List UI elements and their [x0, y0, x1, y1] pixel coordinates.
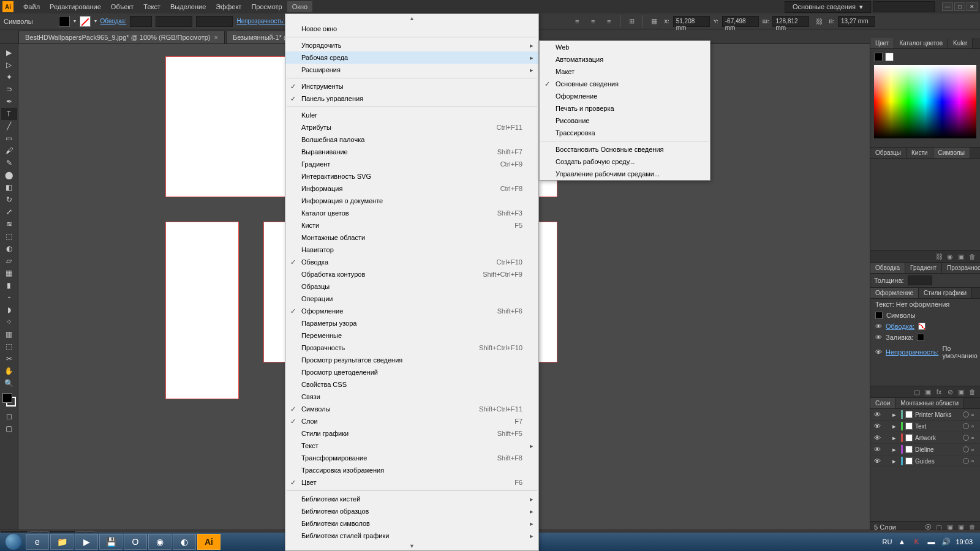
appearance-fill[interactable]: 👁Заливка: — [870, 332, 980, 343]
layer-row[interactable]: 👁▸Artwork▫ — [870, 432, 980, 444]
menu-item[interactable]: Библиотеки кистей — [285, 493, 538, 505]
pencil-tool[interactable]: ✎ — [1, 157, 17, 169]
taskbar-app[interactable]: ◐ — [173, 534, 196, 550]
w-field[interactable]: 128,812 mm — [772, 16, 809, 27]
menu-item[interactable]: Библиотеки стилей графики — [285, 530, 538, 542]
menu-текст[interactable]: Текст — [138, 1, 165, 12]
isolate-icon[interactable]: ▦ — [648, 15, 660, 28]
free-transform-tool[interactable]: ⬚ — [1, 230, 17, 242]
submenu-item[interactable]: Оформление — [540, 90, 710, 102]
menu-item[interactable]: Трассировка изображения — [285, 464, 538, 476]
maximize-button[interactable]: □ — [954, 2, 965, 11]
submenu-item[interactable]: Основные сведения — [540, 78, 710, 90]
new-stroke-icon[interactable]: ▣ — [924, 388, 932, 396]
panel-tab-artboards[interactable]: Монтажные области — [895, 398, 964, 408]
menu-выделение[interactable]: Выделение — [165, 1, 211, 12]
menu-файл[interactable]: Файл — [18, 1, 45, 12]
menu-item[interactable]: Параметры узора — [285, 317, 538, 329]
panel-tab-layers[interactable]: Слои — [870, 398, 895, 408]
menu-item[interactable]: ПрозрачностьShift+Ctrl+F10 — [285, 342, 538, 354]
target-icon[interactable] — [963, 446, 969, 452]
document-tab[interactable]: BestHDWallpapersPack965_9.jpg* @ 100% (R… — [18, 31, 225, 43]
submenu-item[interactable]: Печать и проверка — [540, 102, 710, 114]
rotate-tool[interactable]: ↻ — [1, 193, 17, 206]
start-button[interactable] — [2, 533, 24, 550]
new-fill-icon[interactable]: ▢ — [913, 388, 921, 396]
appearance-opacity[interactable]: 👁Непрозрачность:По умолчанию — [870, 343, 980, 361]
stroke-color[interactable] — [885, 53, 894, 61]
panel-tab-kuler[interactable]: Kuler — [948, 38, 973, 48]
submenu-item[interactable]: Трассировка — [540, 127, 710, 139]
clear-icon[interactable]: ⊘ — [946, 388, 954, 396]
menu-item[interactable]: Рабочая среда — [285, 51, 538, 64]
magic-wand-tool[interactable]: ✦ — [1, 71, 17, 83]
menu-item[interactable]: Волшебная палочка — [285, 133, 538, 146]
fx-icon[interactable]: fx — [935, 388, 943, 396]
scroll-up-icon[interactable]: ▲ — [285, 14, 538, 23]
menu-редактирование[interactable]: Редактирование — [45, 1, 106, 12]
menu-item[interactable]: Библиотеки символов — [285, 517, 538, 530]
language-indicator[interactable]: RU — [883, 538, 892, 545]
taskbar-illustrator[interactable]: Ai — [197, 534, 221, 550]
panel-tab-appearance[interactable]: Оформление — [870, 288, 919, 298]
blend-tool[interactable]: ◗ — [1, 304, 17, 316]
menu-item[interactable]: СлоиF7 — [285, 415, 538, 427]
gradient-tool[interactable]: ▮ — [1, 279, 17, 291]
type-tool[interactable]: T — [1, 108, 17, 120]
menu-item[interactable]: Упорядочить — [285, 39, 538, 51]
menu-item[interactable]: ТрансформированиеShift+F8 — [285, 452, 538, 464]
menu-item[interactable]: Панель управления — [285, 92, 538, 105]
menu-item[interactable]: Монтажные области — [285, 231, 538, 244]
visibility-icon[interactable]: 👁 — [873, 457, 881, 465]
menu-item[interactable]: ГрадиентCtrl+F9 — [285, 158, 538, 170]
taskbar-chrome[interactable]: ◉ — [148, 534, 172, 550]
layer-row[interactable]: 👁▸Printer Marks▫ — [870, 409, 980, 421]
panel-tab-swatches[interactable]: Образцы — [870, 148, 907, 158]
zoom-tool[interactable]: 🔍 — [1, 377, 17, 389]
screen-mode[interactable]: ▢ — [1, 422, 17, 435]
eraser-tool[interactable]: ◧ — [1, 181, 17, 193]
scale-tool[interactable]: ⤢ — [1, 206, 17, 218]
menu-item[interactable]: АтрибутыCtrl+F11 — [285, 121, 538, 133]
panel-tab-gradient[interactable]: Градиент — [905, 263, 942, 273]
width-tool[interactable]: ≋ — [1, 218, 17, 230]
rectangle-tool[interactable]: ▭ — [1, 132, 17, 144]
panel-tab-transparency[interactable]: Прозрачность — [942, 263, 980, 273]
panel-tab-color-guide[interactable]: Каталог цветов — [894, 38, 948, 48]
menu-item[interactable]: Kuler — [285, 109, 538, 121]
menu-item[interactable]: Операции — [285, 293, 538, 305]
menu-item[interactable]: Расширения — [285, 64, 538, 76]
appearance-item[interactable]: Символы — [870, 310, 980, 321]
stroke-swatch[interactable] — [80, 16, 91, 27]
workspace-switcher[interactable]: Основные сведения▾ — [785, 1, 871, 13]
symbol-options-icon[interactable]: ◉ — [946, 252, 954, 261]
color-spectrum[interactable] — [874, 65, 976, 138]
stroke-link[interactable]: Обводка: — [100, 18, 127, 24]
artboard-tool[interactable]: ⬚ — [1, 340, 17, 353]
duplicate-icon[interactable]: ▣ — [957, 388, 965, 396]
target-icon[interactable] — [963, 458, 969, 464]
appearance-stroke[interactable]: 👁Обводка: — [870, 321, 980, 332]
delete-icon[interactable]: 🗑 — [968, 252, 976, 261]
taskbar-wmp[interactable]: ▶ — [75, 534, 98, 550]
panel-tab-graphic-styles[interactable]: Стили графики — [919, 288, 972, 298]
clock[interactable]: 19:03 — [956, 538, 973, 545]
menu-item[interactable]: ЦветF6 — [285, 476, 538, 489]
align-right-icon[interactable]: ≡ — [603, 15, 615, 28]
stroke-weight[interactable] — [130, 16, 152, 27]
trash-icon[interactable]: 🗑 — [968, 388, 976, 396]
submenu-item[interactable]: Макет — [540, 66, 710, 78]
taskbar-opera[interactable]: O — [124, 534, 147, 550]
panel-tab-color[interactable]: Цвет — [870, 38, 894, 48]
shape-builder-tool[interactable]: ◐ — [1, 242, 17, 255]
menu-item[interactable]: Навигатор — [285, 244, 538, 256]
line-tool[interactable]: ╱ — [1, 120, 17, 132]
minimize-button[interactable]: — — [942, 2, 953, 11]
opacity-link[interactable]: Непрозрачность: — [236, 18, 285, 24]
close-button[interactable]: ✕ — [967, 2, 978, 11]
menu-item[interactable]: Стили графикиShift+F5 — [285, 427, 538, 440]
submenu-item[interactable]: Автоматизация — [540, 53, 710, 66]
menu-item[interactable]: Просмотр результатов сведения — [285, 354, 538, 366]
symbol-sprayer-tool[interactable]: ⁘ — [1, 316, 17, 328]
visibility-icon[interactable]: 👁 — [873, 422, 881, 430]
